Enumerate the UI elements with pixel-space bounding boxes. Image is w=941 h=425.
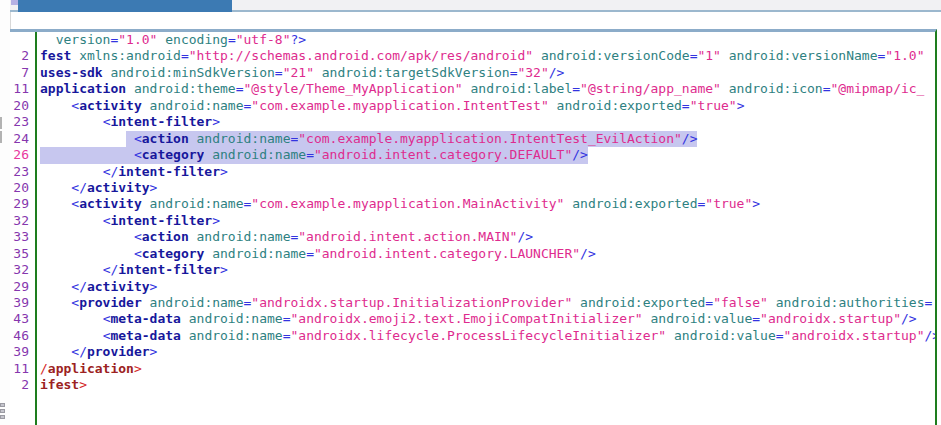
code-line[interactable]: version="1.0" encoding="utf-8"?>	[10, 32, 935, 48]
change-mark	[0, 117, 2, 129]
line-number[interactable]: 32	[10, 213, 37, 229]
horizontal-scrollbar[interactable]	[10, 0, 941, 12]
line-number[interactable]: 35	[10, 246, 37, 262]
code-line[interactable]: 20 </activity>	[10, 180, 935, 196]
code-line[interactable]: 39 <provider android:name="androidx.star…	[10, 295, 935, 311]
code-text: </provider>	[37, 344, 157, 360]
code-line[interactable]: 7uses-sdk android:minSdkVersion="21" and…	[10, 65, 935, 81]
line-number[interactable]: 23	[10, 164, 37, 180]
code-text: application android:theme="@style/Theme_…	[37, 81, 924, 97]
code-text: version="1.0" encoding="utf-8"?>	[37, 32, 306, 48]
line-number[interactable]: 33	[10, 229, 37, 245]
line-number[interactable]: 29	[10, 279, 37, 295]
code-text: <provider android:name="androidx.startup…	[37, 295, 932, 311]
line-number[interactable]: 20	[10, 98, 37, 114]
line-number[interactable]: 24	[10, 131, 37, 147]
grip-dot[interactable]	[0, 403, 5, 407]
gutter-separator	[35, 32, 37, 425]
code-text: </activity>	[37, 180, 157, 196]
code-text: <activity android:name="com.example.myap…	[37, 98, 744, 114]
line-number[interactable]: 7	[10, 65, 37, 81]
code-line[interactable]: 23 </intent-filter>	[10, 164, 935, 180]
code-text: <meta-data android:name="androidx.lifecy…	[37, 328, 937, 344]
line-number[interactable]: 11	[10, 81, 37, 97]
change-mark	[0, 131, 2, 143]
scrollbar-thumb[interactable]	[18, 0, 232, 12]
code-text: <action android:name="android.intent.act…	[37, 229, 533, 245]
code-text: <category android:name="android.intent.c…	[37, 147, 588, 163]
code-text: </activity>	[37, 279, 157, 295]
line-number[interactable]: 26	[10, 147, 37, 163]
line-number[interactable]: 46	[10, 328, 37, 344]
code-text: </intent-filter>	[37, 164, 228, 180]
code-text: /application>	[37, 361, 142, 377]
code-text: fest xmlns:android="http://schemas.andro…	[37, 48, 924, 64]
line-number[interactable]: 2	[10, 377, 37, 393]
code-line[interactable]: 2fest xmlns:android="http://schemas.andr…	[10, 48, 935, 64]
code-text: <category android:name="android.intent.c…	[37, 246, 596, 262]
code-text: <meta-data android:name="androidx.emoji2…	[37, 311, 917, 327]
xml-editor[interactable]: version="1.0" encoding="utf-8"?>2fest xm…	[10, 29, 937, 425]
code-text: <intent-filter>	[37, 213, 220, 229]
code-line[interactable]: 29 </activity>	[10, 279, 935, 295]
line-number[interactable]: 23	[10, 114, 37, 130]
code-text: <action android:name="com.example.myappl…	[37, 131, 697, 147]
code-line[interactable]: 23 <intent-filter>	[10, 114, 935, 130]
code-line[interactable]: 11application android:theme="@style/Them…	[10, 81, 935, 97]
line-number[interactable]: 32	[10, 262, 37, 278]
line-number[interactable]: 2	[10, 48, 37, 64]
code-line[interactable]: 35 <category android:name="android.inten…	[10, 246, 935, 262]
code-text: uses-sdk android:minSdkVersion="21" andr…	[37, 65, 564, 81]
code-line[interactable]: 33 <action android:name="android.intent.…	[10, 229, 935, 245]
code-text: ifest>	[37, 377, 87, 393]
grip-dot[interactable]	[0, 409, 5, 413]
code-line[interactable]: 29 <activity android:name="com.example.m…	[10, 196, 935, 212]
code-text: <activity android:name="com.example.myap…	[37, 196, 760, 212]
line-number[interactable]: 39	[10, 344, 37, 360]
code-line[interactable]: 20 <activity android:name="com.example.m…	[10, 98, 935, 114]
code-line[interactable]: 11/application>	[10, 361, 935, 377]
scrollbar-left-cap	[11, 0, 18, 5]
code-line[interactable]: 32 <intent-filter>	[10, 213, 935, 229]
line-number[interactable]	[10, 32, 37, 48]
code-line[interactable]: 43 <meta-data android:name="androidx.emo…	[10, 311, 935, 327]
line-number[interactable]: 11	[10, 361, 37, 377]
line-number[interactable]: 20	[10, 180, 37, 196]
grip-dot[interactable]	[0, 415, 5, 419]
line-number[interactable]: 39	[10, 295, 37, 311]
code-line[interactable]: 46 <meta-data android:name="androidx.lif…	[10, 328, 935, 344]
line-number[interactable]: 29	[10, 196, 37, 212]
code-line[interactable]: 32 </intent-filter>	[10, 262, 935, 278]
code-line[interactable]: 39 </provider>	[10, 344, 935, 360]
line-number[interactable]: 43	[10, 311, 37, 327]
code-line[interactable]: 2ifest>	[10, 377, 935, 393]
code-text: </intent-filter>	[37, 262, 228, 278]
code-area[interactable]: version="1.0" encoding="utf-8"?>2fest xm…	[10, 32, 935, 394]
code-line[interactable]: 26 <category android:name="android.inten…	[10, 147, 935, 163]
code-line[interactable]: 24 <action android:name="com.example.mya…	[10, 131, 935, 147]
code-text: <intent-filter>	[37, 114, 220, 130]
